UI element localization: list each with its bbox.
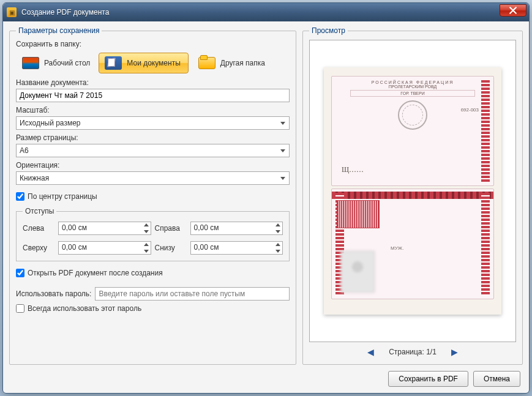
save-pdf-button[interactable]: Сохранить в PDF bbox=[388, 371, 468, 387]
documents-icon bbox=[103, 55, 123, 71]
preview-dept: ПРОЛЕТАРСКИМ РОВД bbox=[332, 84, 493, 89]
center-page-label: По центру страницы bbox=[28, 192, 97, 201]
app-icon: ▣ bbox=[7, 7, 17, 17]
password-input[interactable] bbox=[95, 287, 290, 301]
folder-icon bbox=[197, 55, 217, 71]
preview-legend: Просмотр bbox=[309, 26, 348, 35]
folder-mydocs[interactable]: Мои документы bbox=[99, 53, 188, 73]
preview-group: Просмотр РОССИЙСКАЯ ФЕДЕРАЦИЯ ПРОЛЕТАРСК… bbox=[302, 26, 523, 365]
signature: Щ…… bbox=[342, 165, 364, 174]
page-indicator: Страница: 1/1 bbox=[389, 348, 436, 356]
preview-city: ГОР. ТВЕРИ bbox=[350, 90, 475, 97]
photo-placeholder bbox=[340, 251, 375, 293]
margin-top-input[interactable]: 0,00 см bbox=[58, 241, 151, 255]
password-label: Использовать пароль: bbox=[16, 290, 91, 298]
scale-combo[interactable]: Исходный размер bbox=[16, 116, 290, 130]
folder-desktop[interactable]: Рабочий стол bbox=[16, 53, 95, 73]
doc-name-label: Название документа: bbox=[16, 78, 290, 87]
dialog-footer: Сохранить в PDF Отмена bbox=[9, 365, 523, 389]
titlebar: ▣ Создание PDF документа bbox=[3, 3, 529, 21]
center-page-row[interactable]: По центру страницы bbox=[16, 192, 290, 201]
window-title: Создание PDF документа bbox=[21, 8, 109, 17]
doc-name-input[interactable] bbox=[16, 89, 290, 102]
margin-right-label: Справа bbox=[155, 224, 187, 233]
decoration-stripe bbox=[481, 80, 490, 182]
orientation-value: Книжная bbox=[20, 174, 49, 182]
folder-desktop-label: Рабочий стол bbox=[44, 59, 90, 67]
orientation-combo[interactable]: Книжная bbox=[16, 171, 290, 185]
pager: ◀ Страница: 1/1 ▶ bbox=[309, 342, 516, 358]
orientation-label: Ориентация: bbox=[16, 161, 290, 170]
stamp-icon bbox=[398, 100, 427, 130]
close-icon bbox=[509, 7, 517, 14]
emblem-icon bbox=[337, 200, 380, 228]
save-params-legend: Параметры сохранения bbox=[16, 26, 102, 35]
open-after-row[interactable]: Открыть PDF документ после создания bbox=[16, 269, 290, 277]
folder-mydocs-label: Мои документы bbox=[127, 59, 180, 67]
preview-country: РОССИЙСКАЯ ФЕДЕРАЦИЯ bbox=[332, 77, 493, 84]
preview-sex: МУЖ. bbox=[391, 245, 403, 251]
scale-label: Масштаб: bbox=[16, 106, 290, 114]
close-button[interactable] bbox=[500, 4, 526, 17]
pagesize-value: A6 bbox=[20, 146, 29, 155]
margin-bottom-label: Снизу bbox=[155, 244, 187, 252]
open-after-checkbox[interactable] bbox=[16, 269, 24, 277]
decoration-strip bbox=[332, 192, 493, 199]
pagesize-label: Размер страницы: bbox=[16, 133, 290, 142]
scale-value: Исходный размер bbox=[20, 119, 81, 127]
folder-other-label: Другая папка bbox=[220, 59, 265, 67]
pagesize-combo[interactable]: A6 bbox=[16, 144, 290, 157]
always-password-checkbox[interactable] bbox=[16, 304, 24, 313]
next-page-button[interactable]: ▶ bbox=[451, 347, 458, 357]
center-page-checkbox[interactable] bbox=[16, 192, 24, 201]
margins-group: Отступы Слева 0,00 см Справа 0,00 см Све… bbox=[16, 207, 290, 261]
always-password-label: Всегда использовать этот пароль bbox=[28, 304, 141, 313]
preview-code: 692-003 bbox=[461, 107, 479, 113]
save-params-group: Параметры сохранения Сохранить в папку: … bbox=[9, 26, 296, 365]
margin-left-input[interactable]: 0,00 см bbox=[58, 222, 151, 235]
margin-bottom-input[interactable]: 0,00 см bbox=[190, 241, 283, 255]
margin-top-label: Сверху bbox=[23, 244, 54, 252]
always-password-row[interactable]: Всегда использовать этот пароль bbox=[16, 304, 290, 313]
decoration-stripe-right bbox=[481, 193, 490, 294]
save-folder-label: Сохранить в папку: bbox=[16, 40, 290, 48]
margin-left-label: Слева bbox=[23, 224, 54, 233]
folder-other[interactable]: Другая папка bbox=[192, 53, 270, 73]
open-after-label: Открыть PDF документ после создания bbox=[28, 269, 163, 277]
margins-legend: Отступы bbox=[23, 207, 56, 215]
prev-page-button[interactable]: ◀ bbox=[367, 347, 374, 357]
dialog-window: ▣ Создание PDF документа Параметры сохра… bbox=[2, 2, 530, 394]
content-area: Параметры сохранения Сохранить в папку: … bbox=[3, 21, 529, 393]
document-preview: РОССИЙСКАЯ ФЕДЕРАЦИЯ ПРОЛЕТАРСКИМ РОВД Г… bbox=[324, 67, 501, 315]
desktop-icon bbox=[21, 55, 40, 71]
preview-canvas: РОССИЙСКАЯ ФЕДЕРАЦИЯ ПРОЛЕТАРСКИМ РОВД Г… bbox=[309, 40, 516, 342]
margin-right-input[interactable]: 0,00 см bbox=[190, 222, 283, 235]
cancel-button[interactable]: Отмена bbox=[473, 371, 520, 387]
